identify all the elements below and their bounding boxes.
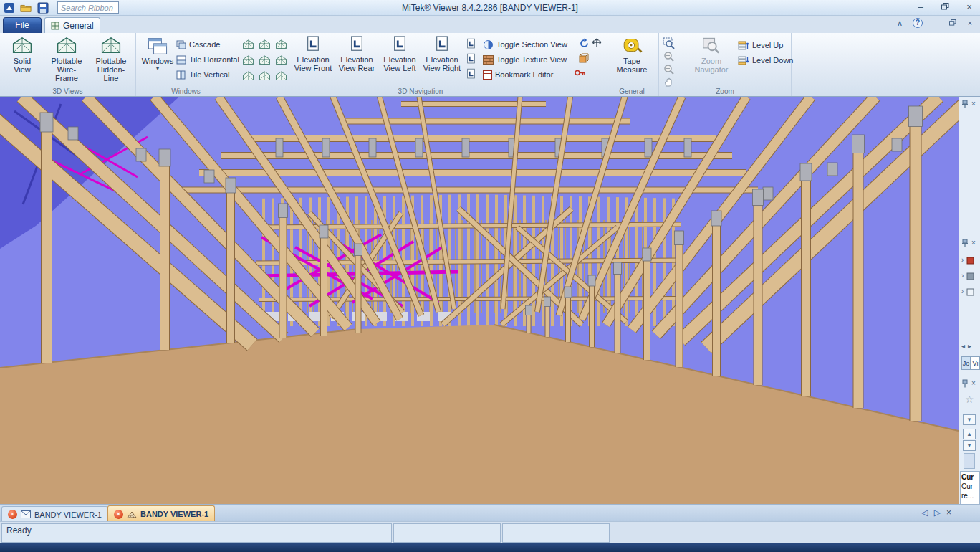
ribbon-window-controls: ∧ ? – × — [895, 18, 974, 28]
status-ready: Ready — [6, 525, 32, 536]
close-button[interactable]: × — [963, 1, 976, 14]
toggle-texture-view-button[interactable]: Toggle Texture View — [483, 53, 567, 66]
view-orientation-icon-5[interactable] — [259, 54, 271, 66]
view-orientation-icon-7[interactable] — [242, 70, 254, 82]
page-tool-icon-2[interactable] — [466, 53, 476, 65]
scroll-right-icon[interactable]: ▸ — [968, 342, 971, 351]
zoom-window-icon[interactable] — [663, 37, 675, 49]
child-restore-button[interactable] — [948, 19, 957, 27]
file-menu-button[interactable]: File — [3, 17, 42, 33]
expand-icon[interactable]: › — [961, 272, 964, 280]
collapse-ribbon-icon[interactable]: ∧ — [895, 19, 904, 28]
rotate-view-icon[interactable] — [579, 38, 590, 49]
elevation-view-front-button[interactable]: Elevation View Front — [292, 35, 334, 72]
pane1-close-icon[interactable]: × — [971, 100, 976, 108]
page-tool-icon-3[interactable] — [466, 68, 476, 80]
window-bottom-edge — [0, 543, 980, 552]
elevation-left-icon — [392, 35, 408, 54]
expand-icon[interactable]: › — [961, 287, 964, 296]
view-orientation-icon-8[interactable] — [259, 70, 271, 82]
close-tab-icon[interactable]: × — [946, 508, 951, 518]
texture-box-icon[interactable] — [579, 53, 589, 63]
tab-jo[interactable]: Jo — [961, 356, 971, 370]
group-label-3d-views: 3D Views — [0, 87, 135, 95]
group-label-zoom: Zoom — [659, 87, 791, 95]
tape-measure-button[interactable]: Tape Measure — [611, 35, 653, 74]
scroll-up-button[interactable]: ▴ — [963, 429, 976, 439]
3d-viewport[interactable] — [0, 97, 959, 504]
pan-axes-icon[interactable] — [591, 37, 602, 48]
solid-view-button[interactable]: Solid View — [1, 35, 43, 74]
doc-tab-1-close-icon[interactable]: × — [8, 510, 17, 519]
elevation-left-label: View Left — [379, 64, 421, 72]
windows-button[interactable]: Windows ▾ — [140, 35, 175, 71]
pin-icon[interactable] — [961, 239, 969, 247]
scrollbar-track[interactable] — [964, 453, 975, 469]
child-close-button[interactable]: × — [966, 19, 974, 27]
elevation-view-left-button[interactable]: Elevation View Left — [379, 35, 421, 72]
right-panel-strip: × × › › › ◂ ▸ Jo Vi × ☆ ▾ ▴ ▾ Cur Cur re… — [959, 97, 980, 521]
group-general: Tape Measure General — [605, 33, 659, 96]
cascade-button[interactable]: Cascade — [176, 38, 220, 51]
doc-tab-1[interactable]: × BANDY VIEWER-1 — [1, 506, 108, 522]
zoom-navigator-button[interactable]: Zoom Navigator — [691, 35, 732, 74]
tab-vi[interactable]: Vi — [971, 356, 980, 370]
tab-general[interactable]: General — [44, 17, 100, 33]
zoom-out-icon[interactable] — [663, 64, 674, 75]
star-icon[interactable]: ☆ — [965, 394, 974, 405]
level-down-button[interactable]: Level Down — [738, 54, 793, 67]
toggle-texture-label: Toggle Texture View — [496, 55, 567, 64]
minimize-button[interactable]: – — [914, 1, 927, 14]
elevation-view-right-button[interactable]: Elevation View Right — [421, 35, 463, 72]
doc-tab-2[interactable]: × BANDY VIEWER-1 — [107, 505, 215, 522]
pin-icon[interactable] — [961, 100, 969, 108]
tile-horizontal-button[interactable]: Tile Horizontal — [176, 53, 239, 66]
doc-tab-2-label: BANDY VIEWER-1 — [140, 510, 208, 518]
tree-item-2[interactable]: › — [961, 272, 974, 280]
solid-view-label: Solid — [1, 57, 43, 65]
general-tab-label: General — [63, 21, 94, 31]
plottable-wireframe-button[interactable]: Plottable Wire-Frame — [46, 35, 87, 82]
doc-tab-2-close-icon[interactable]: × — [114, 510, 123, 519]
pin-icon[interactable] — [961, 379, 969, 388]
restore-button[interactable] — [938, 1, 951, 14]
pane3-close-icon[interactable]: × — [971, 379, 976, 388]
3d-scene[interactable] — [0, 97, 959, 504]
view-orientation-icon-4[interactable] — [242, 54, 254, 66]
pane3-header: × — [961, 379, 976, 388]
expand-icon[interactable]: › — [961, 256, 964, 265]
tile-vertical-button[interactable]: Tile Vertical — [176, 68, 229, 81]
view-orientation-icon-6[interactable] — [275, 54, 287, 66]
scroll-down-button[interactable]: ▾ — [963, 440, 976, 451]
tile-vertical-label: Tile Vertical — [189, 70, 229, 79]
elevation-view-rear-button[interactable]: Elevation View Rear — [336, 35, 378, 72]
plottable-hiddenline-button[interactable]: Plottable Hidden-Line — [90, 35, 132, 82]
level-down-icon — [738, 55, 749, 65]
scroll-up-icon: ▴ — [968, 430, 971, 437]
tree-item-1[interactable]: › — [961, 256, 974, 265]
view-orientation-icon-9[interactable] — [275, 70, 287, 82]
child-minimize-button[interactable]: – — [931, 19, 940, 27]
bookmark-editor-label: Bookmark Editor — [495, 70, 553, 79]
elevation-front-icon — [305, 35, 321, 54]
zoom-in-icon[interactable] — [663, 51, 674, 62]
help-icon[interactable]: ? — [913, 18, 923, 28]
level-up-button[interactable]: Level Up — [738, 39, 783, 52]
dropdown-button[interactable]: ▾ — [963, 414, 976, 425]
view-orientation-icon-2[interactable] — [259, 39, 271, 50]
scroll-left-icon[interactable]: ◂ — [961, 342, 965, 351]
tree-item-3[interactable]: › — [961, 287, 974, 296]
toggle-section-view-button[interactable]: Toggle Section View — [483, 38, 567, 51]
pane2-close-icon[interactable]: × — [971, 239, 976, 247]
pan-hand-icon[interactable] — [663, 77, 674, 87]
next-tab-icon[interactable]: ▷ — [934, 508, 941, 518]
envelope-icon — [21, 510, 31, 518]
page-tool-icon-1[interactable] — [466, 38, 476, 50]
tab-scroll-row: ◂ ▸ — [961, 342, 971, 351]
view-orientation-icon-1[interactable] — [242, 39, 254, 50]
book-icon — [966, 272, 974, 280]
bookmark-editor-button[interactable]: Bookmark Editor — [483, 68, 553, 81]
prev-tab-icon[interactable]: ◁ — [922, 508, 928, 518]
view-orientation-icon-3[interactable] — [275, 39, 287, 50]
key-icon[interactable] — [575, 70, 586, 76]
